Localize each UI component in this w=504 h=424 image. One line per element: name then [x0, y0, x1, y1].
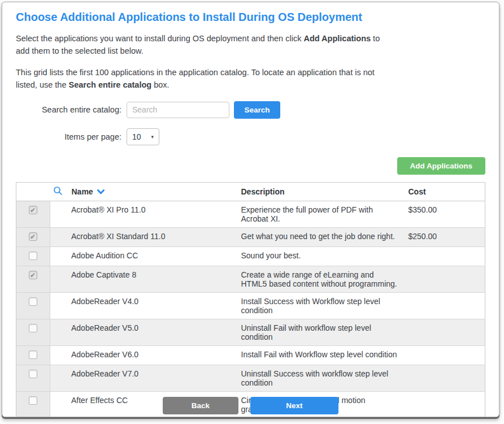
app-name: Adobe Audition CC [50, 246, 237, 266]
page-title: Choose Additional Applications to Instal… [16, 11, 485, 24]
intro-paragraph: Select the applications you want to inst… [16, 32, 390, 58]
wizard-footer: Back Next [2, 397, 499, 415]
app-name: AdobeReader V6.0 [50, 345, 237, 365]
table-row: AdobeReader V4.0 Install Success with Wo… [16, 292, 485, 319]
app-name: AdobeReader V7.0 [50, 365, 237, 391]
app-cost [404, 246, 485, 266]
add-applications-row: Add Applications [16, 157, 485, 175]
name-column-label: Name [72, 187, 93, 196]
app-cost [404, 266, 485, 292]
table-row: Adobe Captivate 8 Create a wide range of… [16, 266, 485, 292]
app-name: Acrobat® XI Pro 11.0 [50, 201, 237, 227]
app-description: Uninstall Fail with workflow step level … [237, 319, 404, 345]
applications-table: Name Description Cost Acrobat® XI Pro 11… [16, 182, 485, 417]
next-button[interactable]: Next [250, 397, 338, 414]
checkbox-cell [16, 292, 50, 319]
row-checkbox[interactable] [29, 232, 37, 241]
row-checkbox[interactable] [29, 324, 37, 332]
row-checkbox[interactable] [29, 351, 37, 359]
search-input[interactable] [127, 102, 229, 118]
app-description: Create a wide range of eLearning and HTM… [237, 266, 404, 292]
app-cost [404, 365, 485, 391]
app-description: Experience the full power of PDF with Ac… [237, 201, 404, 227]
checkbox-cell [16, 345, 50, 365]
row-checkbox[interactable] [29, 297, 37, 306]
checkbox-cell [16, 365, 50, 391]
items-per-page-select[interactable]: 10 ▾ [127, 128, 159, 145]
app-name: Adobe Captivate 8 [50, 266, 237, 292]
app-description: Sound your best. [237, 246, 404, 266]
app-cost: $350.00 [404, 201, 485, 227]
app-cost [404, 345, 485, 365]
search-button[interactable]: Search [234, 101, 280, 119]
name-column-header[interactable]: Name [50, 182, 237, 201]
intro-bold: Add Applications [303, 34, 371, 43]
app-name: Acrobat® XI Standard 11.0 [50, 227, 237, 246]
search-icon[interactable] [53, 186, 63, 197]
app-description: Install Success with Workflow step level… [237, 292, 404, 319]
app-name: AdobeReader V4.0 [50, 292, 237, 319]
table-row: AdobeReader V7.0 Uninstall Success with … [16, 365, 485, 391]
note-text-2: box. [151, 80, 169, 89]
checkbox-cell [16, 201, 50, 227]
items-per-page-value: 10 [132, 132, 141, 141]
row-checkbox[interactable] [29, 206, 37, 214]
note-bold: Search entire catalog [69, 80, 152, 89]
app-cost: $250.00 [404, 227, 485, 246]
note-paragraph: This grid lists the first 100 applicatio… [16, 66, 390, 92]
app-description: Uninstall Success with workflow step lev… [237, 365, 404, 391]
wizard-panel: Choose Additional Applications to Instal… [2, 2, 499, 417]
checkbox-cell [16, 246, 50, 266]
app-cost [404, 319, 485, 345]
search-label: Search entire catalog: [16, 105, 127, 114]
table-header-row: Name Description Cost [16, 182, 485, 201]
row-checkbox[interactable] [29, 370, 37, 378]
sort-descending-icon [97, 187, 105, 196]
table-row: AdobeReader V6.0 Install Fail with Workf… [16, 345, 485, 365]
cost-column-header: Cost [404, 182, 485, 201]
items-per-page-label: Items per page: [16, 132, 127, 141]
intro-text-1: Select the applications you want to inst… [16, 34, 303, 43]
row-checkbox[interactable] [29, 252, 37, 260]
checkbox-cell [16, 227, 50, 246]
checkbox-cell [16, 266, 50, 292]
description-column-header: Description [237, 182, 404, 201]
app-name: AdobeReader V5.0 [50, 319, 237, 345]
table-row: Acrobat® XI Standard 11.0 Get what you n… [16, 227, 485, 246]
search-row: Search entire catalog: Search [16, 101, 485, 119]
app-cost [404, 292, 485, 319]
checkbox-cell [16, 319, 50, 345]
table-row: Adobe Audition CC Sound your best. [16, 246, 485, 266]
table-row: AdobeReader V5.0 Uninstall Fail with wor… [16, 319, 485, 345]
chevron-down-icon: ▾ [151, 134, 154, 140]
app-description: Install Fail with Workflow step level co… [237, 345, 404, 365]
row-checkbox[interactable] [29, 271, 37, 279]
app-description: Get what you need to get the job done ri… [237, 227, 404, 246]
items-per-page-row: Items per page: 10 ▾ [16, 128, 485, 145]
checkbox-column-header [16, 182, 50, 201]
add-applications-button[interactable]: Add Applications [397, 157, 486, 175]
table-row: Acrobat® XI Pro 11.0 Experience the full… [16, 201, 485, 227]
back-button[interactable]: Back [163, 397, 238, 414]
